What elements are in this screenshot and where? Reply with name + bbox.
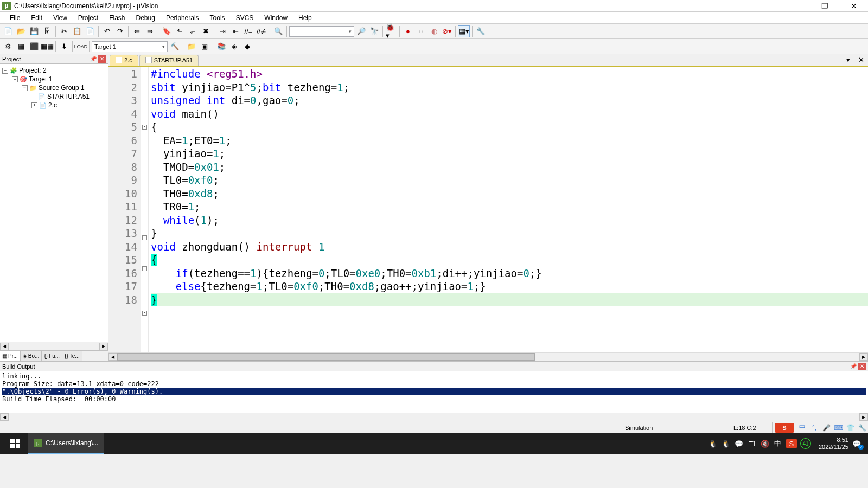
find-button[interactable]: 🔍 [272, 25, 284, 37]
ime-punct-icon[interactable]: °, [810, 423, 819, 432]
bookmark-next-button[interactable]: ⬐ [187, 25, 199, 37]
ime-skin-icon[interactable]: 👕 [846, 423, 854, 432]
copy-button[interactable]: 📋 [71, 25, 83, 37]
tray-ime-icon[interactable]: S [786, 439, 797, 448]
tree-file[interactable]: + 📄 2.c [0, 101, 108, 110]
scroll-left-icon[interactable]: ◀ [0, 343, 9, 350]
target-combo[interactable]: Target 1 [92, 41, 168, 52]
menu-tools[interactable]: Tools [205, 13, 231, 23]
indent-button[interactable]: ⇥ [216, 25, 228, 37]
project-close-button[interactable]: ✕ [98, 55, 106, 63]
tree-toggle-icon[interactable]: − [12, 76, 18, 82]
ime-tool-icon[interactable]: 🔧 [858, 423, 866, 432]
saveall-button[interactable]: 🗄 [41, 25, 53, 37]
close-button[interactable]: ✕ [844, 1, 864, 11]
ime-mic-icon[interactable]: 🎤 [822, 423, 831, 432]
scroll-left-icon[interactable]: ◀ [0, 413, 9, 421]
ime-keyboard-icon[interactable]: ⌨ [834, 423, 843, 432]
download-button[interactable]: LOAD [75, 41, 87, 53]
window-button[interactable]: ▦▾ [458, 25, 470, 37]
debug-button[interactable]: 🐞▾ [385, 25, 397, 37]
tree-toggle-icon[interactable]: + [31, 102, 37, 108]
scroll-right-icon[interactable]: ▶ [99, 343, 108, 350]
project-panel-tab[interactable]: {}Fu... [42, 351, 62, 361]
tray-icon[interactable]: 🐧 [721, 439, 731, 448]
minimize-button[interactable]: — [786, 1, 805, 11]
cut-button[interactable]: ✂ [58, 25, 70, 37]
rebuild-button[interactable]: ⬛ [28, 41, 40, 53]
tray-clock[interactable]: 8:51 2022/11/25 [819, 436, 848, 451]
build-pin-button[interactable]: 📌 [850, 363, 857, 370]
tree-file[interactable]: 📄 STARTUP.A51 [0, 92, 108, 101]
redo-button[interactable]: ↷ [114, 25, 126, 37]
code-editor[interactable]: 123456789101112131415161718 ---- #includ… [108, 66, 868, 352]
project-panel-tab[interactable]: {}Te... [62, 351, 82, 361]
menu-peripherals[interactable]: Peripherals [161, 13, 205, 23]
project-hscroll[interactable]: ◀ ▶ [0, 342, 108, 350]
help-button[interactable]: ◈ [228, 41, 240, 53]
configure-button[interactable]: 🔧 [475, 25, 487, 37]
ime-lang-icon[interactable]: 中 [798, 423, 807, 432]
build-close-button[interactable]: ✕ [858, 363, 866, 370]
translate-button[interactable]: ⚙ [2, 41, 14, 53]
scroll-right-icon[interactable]: ▶ [859, 413, 868, 421]
nav-back-button[interactable]: ⇐ [131, 25, 143, 37]
scroll-thumb[interactable] [117, 353, 535, 361]
tray-icon[interactable]: 💬 [734, 439, 744, 448]
tree-toggle-icon[interactable]: − [2, 68, 8, 74]
build-button[interactable]: ▦ [15, 41, 27, 53]
maximize-button[interactable]: ❐ [815, 1, 834, 11]
editor-tab[interactable]: STARTUP.A51 [139, 55, 199, 66]
breakpoint-killall-button[interactable]: ⊘▾ [441, 25, 453, 37]
menu-file[interactable]: File [4, 13, 25, 23]
target-options-button[interactable]: 🔨 [169, 41, 181, 53]
tree-target[interactable]: − 🎯 Target 1 [0, 75, 108, 84]
menu-window[interactable]: Window [259, 13, 293, 23]
books-button[interactable]: 📚 [215, 41, 227, 53]
bookmark-button[interactable]: 🔖 [161, 25, 173, 37]
project-panel-tab[interactable]: ◈Bo... [21, 351, 42, 361]
tray-status-icon[interactable]: 41 [800, 438, 811, 449]
project-panel-tab[interactable]: ▦Pr... [0, 351, 21, 361]
breakpoint-disable-button[interactable]: ◐ [428, 25, 440, 37]
menu-svcs[interactable]: SVCS [231, 13, 259, 23]
code-text[interactable]: #include <reg51.h>sbit yinjiao=P1^5;bit … [149, 67, 868, 352]
scroll-right-icon[interactable]: ▶ [859, 353, 868, 361]
find-in-files-button[interactable]: 🔎 [355, 25, 367, 37]
scroll-left-icon[interactable]: ◀ [108, 353, 117, 361]
tree-toggle-icon[interactable]: − [22, 85, 28, 91]
editor-tabs-dropdown[interactable]: ▾ [842, 54, 854, 66]
incremental-find-button[interactable]: 🔭 [368, 25, 380, 37]
manage-button[interactable]: ▣ [199, 41, 210, 53]
pack-button[interactable]: ◆ [241, 41, 253, 53]
paste-button[interactable]: 📄 [84, 25, 96, 37]
undo-button[interactable]: ↶ [101, 25, 113, 37]
menu-debug[interactable]: Debug [131, 13, 161, 23]
stop-build-button[interactable]: ⬇ [58, 41, 70, 53]
tree-project-root[interactable]: − 🧩 Project: 2 [0, 66, 108, 75]
build-hscroll[interactable]: ◀ ▶ [0, 413, 868, 422]
menu-view[interactable]: View [48, 13, 73, 23]
ime-indicator[interactable]: S [775, 423, 794, 433]
menu-help[interactable]: Help [293, 13, 317, 23]
breakpoint-insert-button[interactable]: ● [402, 25, 414, 37]
editor-hscroll[interactable]: ◀ ▶ [108, 352, 868, 361]
uncomment-button[interactable]: //≢ [256, 25, 267, 37]
nav-fwd-button[interactable]: ⇒ [144, 25, 156, 37]
bookmark-clear-button[interactable]: ✖ [200, 25, 212, 37]
bookmark-prev-button[interactable]: ⬑ [174, 25, 186, 37]
build-output-text[interactable]: linking...Program Size: data=13.1 xdata=… [0, 371, 868, 413]
tray-volume-icon[interactable]: 🔇 [760, 439, 770, 448]
editor-tab-active[interactable]: 2.c [110, 55, 138, 66]
start-button[interactable] [2, 433, 28, 454]
find-combo[interactable] [289, 26, 354, 37]
menu-project[interactable]: Project [73, 13, 104, 23]
tray-icon[interactable]: 🗔 [747, 439, 757, 448]
save-button[interactable]: 💾 [28, 25, 40, 37]
tray-icon[interactable]: 🐧 [708, 439, 718, 448]
tray-notifications-icon[interactable]: 💬2 [852, 439, 861, 448]
new-button[interactable]: 📄 [2, 25, 14, 37]
comment-button[interactable]: //≡ [242, 25, 254, 37]
tree-group[interactable]: − 📁 Source Group 1 [0, 84, 108, 92]
file-ext-button[interactable]: 📁 [186, 41, 197, 53]
